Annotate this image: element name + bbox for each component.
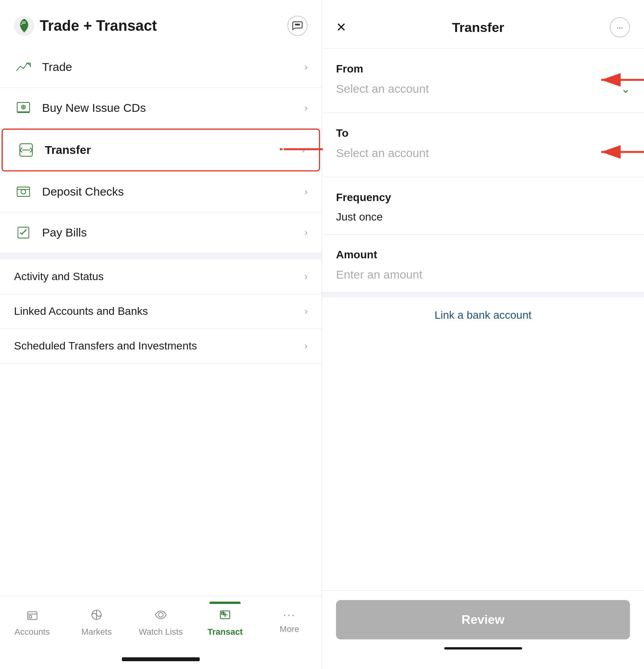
accounts-nav-label: Accounts [14,627,50,637]
home-indicator-left [122,657,200,661]
from-section: From Select an account ⌄ The new bank ac… [322,49,644,113]
svg-point-6 [23,106,24,108]
activity-chevron-icon: › [304,271,308,282]
deposit-icon [14,182,33,201]
review-button[interactable]: Review [336,600,630,639]
trade-icon [14,58,33,76]
watchlists-nav-label: Watch Lists [139,627,183,637]
transact-active-bar [209,602,241,604]
amount-section: Amount Enter an amount [322,235,644,293]
close-button[interactable]: ✕ [336,21,347,34]
to-select[interactable]: Select an account [336,147,630,169]
accounts-icon [26,609,39,624]
chat-button[interactable] [287,16,308,36]
left-header-title: Trade + Transact [14,16,157,36]
cds-chevron-icon: › [304,102,308,113]
menu-item-trade[interactable]: Trade › [0,47,322,88]
menu-item-transfer[interactable]: Transfer › [2,129,320,171]
nav-watchlists[interactable]: Watch Lists [128,604,193,642]
more-nav-label: More [280,624,299,634]
home-indicator-right [444,647,522,650]
nav-markets[interactable]: Markets [64,604,128,642]
amount-label: Amount [336,249,630,261]
from-placeholder: Select an account [336,82,429,95]
to-section: To Select an account Your new Fidelity a… [322,113,644,177]
svg-rect-4 [17,102,30,112]
right-header: ✕ Transfer ··· [322,0,644,49]
paybills-icon [14,223,33,242]
app-title: Trade + Transact [40,18,157,34]
transfer-form: From Select an account ⌄ The new bank ac… [322,49,644,319]
svg-text:$: $ [222,612,223,615]
svg-rect-11 [17,187,30,196]
svg-point-5 [21,105,25,109]
scheduled-chevron-icon: › [304,341,308,351]
menu-item-linked[interactable]: Linked Accounts and Banks › [0,294,322,329]
paybills-chevron-icon: › [304,227,308,238]
right-panel: ✕ Transfer ··· From Select an account ⌄ … [322,0,644,669]
transact-icon: $ [219,609,231,624]
left-panel: Trade + Transact Trade › Buy New I [0,0,322,669]
fidelity-logo-icon [14,16,34,36]
menu-item-paybills[interactable]: Pay Bills › [0,212,322,253]
links-section: Link a bank account Transfer investments… [322,297,644,319]
secondary-menu: Activity and Status › Linked Accounts an… [0,259,322,364]
linked-chevron-icon: › [304,306,308,317]
menu-item-scheduled[interactable]: Scheduled Transfers and Investments › [0,329,322,364]
link-bank-account[interactable]: Link a bank account [322,297,644,319]
menu-item-cds[interactable]: Buy New Issue CDs › [0,88,322,129]
svg-point-1 [296,24,297,25]
section-divider [0,253,322,259]
left-spacer [0,364,322,596]
right-content-spacer [322,319,644,590]
transact-nav-label: Transact [208,627,243,637]
watchlists-icon [155,609,167,624]
more-icon: ··· [283,609,296,621]
nav-accounts[interactable]: Accounts [0,604,64,642]
review-section: Review [322,590,644,669]
from-label: From [336,63,630,75]
transfer-chevron-icon: › [302,145,305,155]
transfer-icon [17,141,35,159]
nav-transact[interactable]: $ Transact [193,604,257,642]
left-header: Trade + Transact [0,0,322,47]
transfer-title: Transfer [452,20,504,35]
svg-point-12 [21,189,26,194]
amount-input[interactable]: Enter an amount [336,268,630,292]
left-bottom-nav: Accounts Markets Watch Lists [0,596,322,657]
svg-rect-16 [29,616,32,618]
markets-nav-label: Markets [81,627,112,637]
svg-point-2 [297,24,298,25]
frequency-section: Frequency Just once [322,177,644,235]
svg-point-18 [158,613,163,617]
from-arrow-icon: ⌄ [621,83,630,95]
section-divider-right [322,293,644,297]
deposit-chevron-icon: › [304,186,308,197]
menu-item-deposit[interactable]: Deposit Checks › [0,171,322,212]
to-placeholder: Select an account [336,147,429,160]
from-select[interactable]: Select an account ⌄ [336,82,630,105]
menu-item-activity[interactable]: Activity and Status › [0,259,322,294]
cds-icon [14,99,33,117]
markets-icon [90,609,103,624]
svg-point-3 [299,24,300,25]
primary-menu: Trade › Buy New Issue CDs › Transfer › [0,47,322,253]
home-indicator-left-container [0,657,322,669]
more-options-button[interactable]: ··· [610,17,630,37]
frequency-value: Just once [336,211,630,234]
trade-chevron-icon: › [304,62,308,72]
home-indicator-right-container [336,639,630,650]
nav-more[interactable]: ··· More [257,604,322,642]
frequency-label: Frequency [336,191,630,204]
to-label: To [336,127,630,139]
